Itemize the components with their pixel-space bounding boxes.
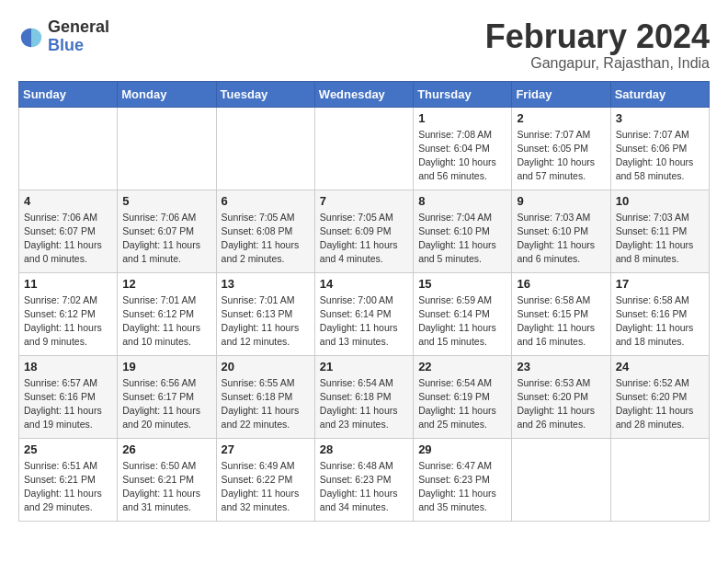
calendar-cell: 22Sunrise: 6:54 AM Sunset: 6:19 PM Dayli… bbox=[414, 355, 512, 438]
day-info: Sunrise: 7:00 AM Sunset: 6:14 PM Dayligh… bbox=[320, 293, 408, 350]
day-number: 6 bbox=[222, 194, 310, 208]
calendar-cell: 5Sunrise: 7:06 AM Sunset: 6:07 PM Daylig… bbox=[118, 190, 216, 272]
day-number: 19 bbox=[122, 360, 210, 373]
day-info: Sunrise: 7:04 AM Sunset: 6:10 PM Dayligh… bbox=[418, 211, 506, 267]
calendar-cell: 4Sunrise: 7:06 AM Sunset: 6:07 PM Daylig… bbox=[19, 190, 118, 272]
day-number: 17 bbox=[616, 277, 704, 291]
calendar-cell bbox=[216, 107, 314, 190]
logo: General Blue bbox=[18, 18, 109, 55]
day-number: 23 bbox=[517, 360, 605, 373]
day-number: 2 bbox=[517, 111, 605, 125]
day-info: Sunrise: 6:47 AM Sunset: 6:23 PM Dayligh… bbox=[418, 459, 506, 515]
day-info: Sunrise: 6:59 AM Sunset: 6:14 PM Dayligh… bbox=[418, 293, 506, 350]
day-info: Sunrise: 6:58 AM Sunset: 6:15 PM Dayligh… bbox=[517, 293, 605, 350]
day-info: Sunrise: 6:52 AM Sunset: 6:20 PM Dayligh… bbox=[616, 376, 704, 432]
calendar-week-row: 18Sunrise: 6:57 AM Sunset: 6:16 PM Dayli… bbox=[19, 355, 710, 438]
day-info: Sunrise: 6:57 AM Sunset: 6:16 PM Dayligh… bbox=[24, 376, 112, 432]
calendar-cell: 7Sunrise: 7:05 AM Sunset: 6:09 PM Daylig… bbox=[314, 190, 413, 272]
day-number: 15 bbox=[418, 277, 506, 291]
day-info: Sunrise: 6:54 AM Sunset: 6:18 PM Dayligh… bbox=[320, 376, 408, 432]
day-number: 24 bbox=[616, 360, 704, 373]
day-info: Sunrise: 7:07 AM Sunset: 6:05 PM Dayligh… bbox=[517, 128, 605, 184]
day-info: Sunrise: 7:08 AM Sunset: 6:04 PM Dayligh… bbox=[418, 128, 506, 184]
day-number: 12 bbox=[122, 277, 210, 291]
day-number: 20 bbox=[222, 360, 310, 373]
title-block: February 2024 Gangapur, Rajasthan, India bbox=[485, 18, 710, 72]
month-year-title: February 2024 bbox=[485, 18, 710, 55]
day-info: Sunrise: 6:51 AM Sunset: 6:21 PM Dayligh… bbox=[24, 459, 112, 515]
day-info: Sunrise: 6:50 AM Sunset: 6:21 PM Dayligh… bbox=[122, 459, 210, 515]
day-number: 11 bbox=[24, 277, 112, 291]
calendar-cell bbox=[314, 107, 413, 190]
calendar-cell: 23Sunrise: 6:53 AM Sunset: 6:20 PM Dayli… bbox=[512, 355, 610, 438]
calendar-cell: 21Sunrise: 6:54 AM Sunset: 6:18 PM Dayli… bbox=[314, 355, 413, 438]
day-of-week-header: Thursday bbox=[414, 81, 512, 107]
calendar-cell: 6Sunrise: 7:05 AM Sunset: 6:08 PM Daylig… bbox=[216, 190, 314, 272]
calendar-table: SundayMondayTuesdayWednesdayThursdayFrid… bbox=[18, 81, 710, 522]
day-info: Sunrise: 6:48 AM Sunset: 6:23 PM Dayligh… bbox=[320, 459, 408, 515]
day-number: 8 bbox=[418, 194, 506, 208]
calendar-cell: 12Sunrise: 7:01 AM Sunset: 6:12 PM Dayli… bbox=[118, 272, 216, 355]
day-number: 13 bbox=[222, 277, 310, 291]
calendar-header-row: SundayMondayTuesdayWednesdayThursdayFrid… bbox=[19, 81, 710, 107]
calendar-cell: 24Sunrise: 6:52 AM Sunset: 6:20 PM Dayli… bbox=[610, 355, 709, 438]
calendar-cell: 16Sunrise: 6:58 AM Sunset: 6:15 PM Dayli… bbox=[512, 272, 610, 355]
day-number: 28 bbox=[320, 442, 408, 456]
day-of-week-header: Sunday bbox=[19, 81, 118, 107]
day-info: Sunrise: 7:01 AM Sunset: 6:12 PM Dayligh… bbox=[122, 293, 210, 350]
day-number: 1 bbox=[418, 111, 506, 125]
calendar-cell: 9Sunrise: 7:03 AM Sunset: 6:10 PM Daylig… bbox=[512, 190, 610, 272]
day-number: 10 bbox=[616, 194, 704, 208]
calendar-cell: 11Sunrise: 7:02 AM Sunset: 6:12 PM Dayli… bbox=[19, 272, 118, 355]
day-number: 14 bbox=[320, 277, 408, 291]
day-info: Sunrise: 6:49 AM Sunset: 6:22 PM Dayligh… bbox=[222, 459, 310, 515]
day-of-week-header: Tuesday bbox=[216, 81, 314, 107]
day-number: 16 bbox=[517, 277, 605, 291]
calendar-cell: 29Sunrise: 6:47 AM Sunset: 6:23 PM Dayli… bbox=[414, 438, 512, 521]
day-number: 9 bbox=[517, 194, 605, 208]
day-number: 4 bbox=[24, 194, 112, 208]
location-subtitle: Gangapur, Rajasthan, India bbox=[485, 55, 710, 72]
day-of-week-header: Saturday bbox=[610, 81, 709, 107]
calendar-cell: 3Sunrise: 7:07 AM Sunset: 6:06 PM Daylig… bbox=[610, 107, 709, 190]
calendar-cell bbox=[610, 438, 709, 521]
calendar-week-row: 4Sunrise: 7:06 AM Sunset: 6:07 PM Daylig… bbox=[19, 190, 710, 272]
calendar-cell: 10Sunrise: 7:03 AM Sunset: 6:11 PM Dayli… bbox=[610, 190, 709, 272]
day-number: 18 bbox=[24, 360, 112, 373]
calendar-cell: 1Sunrise: 7:08 AM Sunset: 6:04 PM Daylig… bbox=[414, 107, 512, 190]
day-info: Sunrise: 7:02 AM Sunset: 6:12 PM Dayligh… bbox=[24, 293, 112, 350]
day-number: 3 bbox=[616, 111, 704, 125]
day-of-week-header: Wednesday bbox=[314, 81, 413, 107]
day-of-week-header: Friday bbox=[512, 81, 610, 107]
calendar-cell: 15Sunrise: 6:59 AM Sunset: 6:14 PM Dayli… bbox=[414, 272, 512, 355]
day-info: Sunrise: 6:56 AM Sunset: 6:17 PM Dayligh… bbox=[122, 376, 210, 432]
day-info: Sunrise: 7:07 AM Sunset: 6:06 PM Dayligh… bbox=[616, 128, 704, 184]
day-info: Sunrise: 7:05 AM Sunset: 6:09 PM Dayligh… bbox=[320, 211, 408, 267]
calendar-cell: 2Sunrise: 7:07 AM Sunset: 6:05 PM Daylig… bbox=[512, 107, 610, 190]
calendar-cell: 25Sunrise: 6:51 AM Sunset: 6:21 PM Dayli… bbox=[19, 438, 118, 521]
calendar-cell bbox=[118, 107, 216, 190]
calendar-cell: 27Sunrise: 6:49 AM Sunset: 6:22 PM Dayli… bbox=[216, 438, 314, 521]
day-of-week-header: Monday bbox=[118, 81, 216, 107]
calendar-cell: 26Sunrise: 6:50 AM Sunset: 6:21 PM Dayli… bbox=[118, 438, 216, 521]
page-header: General Blue February 2024 Gangapur, Raj… bbox=[18, 18, 710, 72]
calendar-cell: 20Sunrise: 6:55 AM Sunset: 6:18 PM Dayli… bbox=[216, 355, 314, 438]
calendar-cell: 8Sunrise: 7:04 AM Sunset: 6:10 PM Daylig… bbox=[414, 190, 512, 272]
calendar-cell: 28Sunrise: 6:48 AM Sunset: 6:23 PM Dayli… bbox=[314, 438, 413, 521]
logo-icon bbox=[18, 24, 44, 50]
day-info: Sunrise: 6:54 AM Sunset: 6:19 PM Dayligh… bbox=[418, 376, 506, 432]
day-number: 25 bbox=[24, 442, 112, 456]
day-number: 29 bbox=[418, 442, 506, 456]
day-number: 5 bbox=[122, 194, 210, 208]
day-info: Sunrise: 7:06 AM Sunset: 6:07 PM Dayligh… bbox=[122, 211, 210, 267]
calendar-week-row: 1Sunrise: 7:08 AM Sunset: 6:04 PM Daylig… bbox=[19, 107, 710, 190]
day-info: Sunrise: 7:05 AM Sunset: 6:08 PM Dayligh… bbox=[222, 211, 310, 267]
day-info: Sunrise: 7:06 AM Sunset: 6:07 PM Dayligh… bbox=[24, 211, 112, 267]
day-number: 27 bbox=[222, 442, 310, 456]
calendar-cell bbox=[512, 438, 610, 521]
day-info: Sunrise: 7:03 AM Sunset: 6:10 PM Dayligh… bbox=[517, 211, 605, 267]
day-info: Sunrise: 6:53 AM Sunset: 6:20 PM Dayligh… bbox=[517, 376, 605, 432]
calendar-cell: 19Sunrise: 6:56 AM Sunset: 6:17 PM Dayli… bbox=[118, 355, 216, 438]
day-number: 26 bbox=[122, 442, 210, 456]
calendar-cell: 18Sunrise: 6:57 AM Sunset: 6:16 PM Dayli… bbox=[19, 355, 118, 438]
